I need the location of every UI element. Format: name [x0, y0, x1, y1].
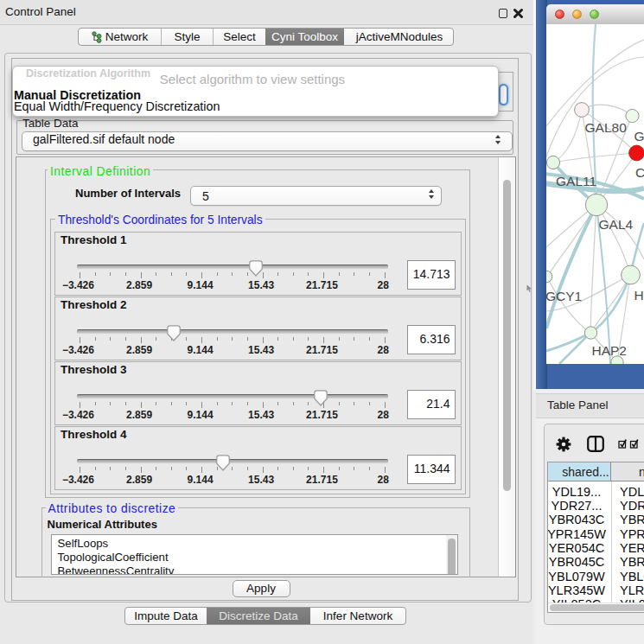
svg-text:GA: GA [634, 129, 644, 143]
svg-text:GAL11: GAL11 [556, 174, 596, 188]
svg-text:GAL4: GAL4 [599, 217, 634, 232]
svg-text:GCY1: GCY1 [546, 289, 582, 303]
svg-text:CR: CR [635, 165, 644, 180]
svg-text:GAL80: GAL80 [585, 120, 628, 135]
svg-text:HT: HT [634, 288, 644, 303]
svg-text:HAP2: HAP2 [592, 343, 628, 358]
